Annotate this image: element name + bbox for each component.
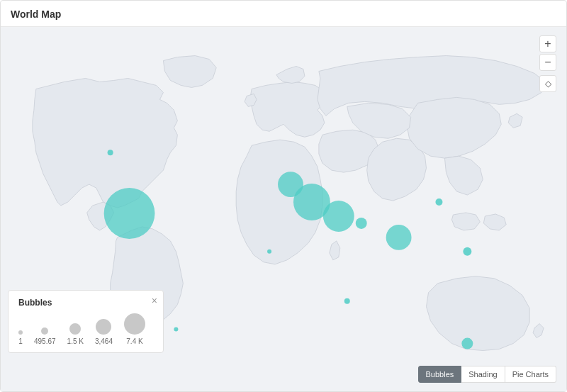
legend-bubble-5 — [124, 313, 145, 335]
locate-button[interactable]: ◇ — [539, 75, 556, 92]
zoom-in-button[interactable]: + — [539, 35, 556, 52]
legend-bubble-2 — [41, 327, 48, 335]
legend-label-2: 495.67 — [34, 337, 56, 345]
legend-title: Bubbles — [18, 298, 153, 308]
legend-bubble-3 — [69, 323, 81, 335]
legend-item-3: 1.5 K — [67, 323, 84, 345]
legend-item-5: 7.4 K — [124, 313, 145, 345]
chart-type-bar: Bubbles Shading Pie Charts — [418, 366, 557, 383]
legend-label-1: 1 — [18, 337, 23, 345]
widget-title: World Map — [11, 9, 61, 20]
map-container[interactable]: + − ◇ × Bubbles 1 495.67 1.5 K — [1, 27, 566, 391]
chart-type-shading[interactable]: Shading — [461, 366, 505, 383]
world-map-widget: World Map — [0, 0, 567, 392]
chart-type-pie-charts[interactable]: Pie Charts — [505, 366, 556, 383]
legend-label-3: 1.5 K — [67, 337, 84, 345]
legend-label-5: 7.4 K — [126, 337, 142, 345]
widget-header: World Map — [1, 1, 566, 27]
zoom-controls: + − ◇ — [539, 35, 556, 92]
legend-items: 1 495.67 1.5 K 3,464 7.4 K — [18, 313, 153, 345]
legend-item-2: 495.67 — [34, 327, 56, 345]
legend-bubble-4 — [96, 319, 111, 335]
zoom-out-button[interactable]: − — [539, 54, 556, 71]
legend: × Bubbles 1 495.67 1.5 K 3,464 — [8, 290, 164, 353]
chart-type-bubbles[interactable]: Bubbles — [418, 366, 462, 383]
legend-bubble-1 — [18, 330, 23, 335]
legend-label-4: 3,464 — [95, 337, 113, 345]
legend-item-1: 1 — [18, 330, 23, 345]
legend-item-4: 3,464 — [95, 319, 113, 345]
legend-close-button[interactable]: × — [152, 295, 157, 306]
